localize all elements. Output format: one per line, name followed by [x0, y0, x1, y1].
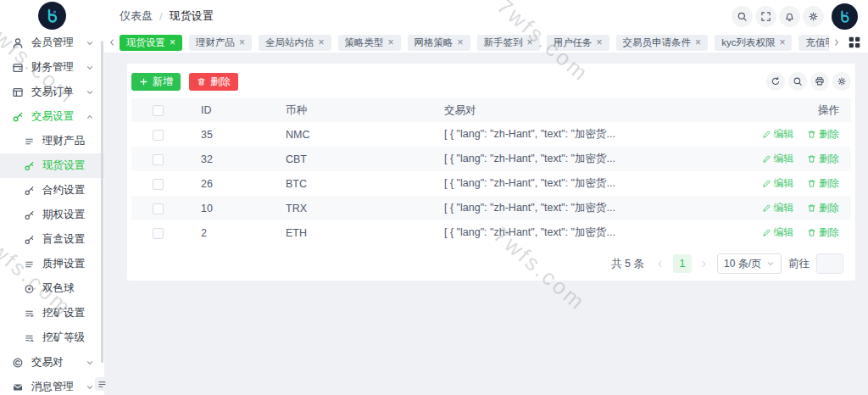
- sidebar-item-finance[interactable]: 财务管理: [0, 55, 104, 80]
- delete-link[interactable]: 删除: [807, 225, 839, 240]
- tab-kyc-permissions[interactable]: kyc列表权限×: [715, 35, 792, 51]
- cell-coin: CBT: [270, 147, 429, 171]
- collapsed-menu-button[interactable]: [95, 377, 109, 391]
- page-size-select[interactable]: 10 条/页: [717, 253, 782, 274]
- close-icon[interactable]: ×: [695, 37, 701, 47]
- sidebar-scrollbar[interactable]: [101, 41, 103, 363]
- avatar[interactable]: [832, 3, 858, 30]
- tab-global-message[interactable]: 全局站内信×: [259, 35, 331, 51]
- app-logo[interactable]: [0, 0, 104, 31]
- sidebar-item-label: 交易设置: [31, 109, 74, 124]
- close-icon[interactable]: ×: [527, 37, 533, 47]
- sidebar-item-orders[interactable]: 交易订单: [0, 80, 104, 104]
- close-icon[interactable]: ×: [458, 37, 464, 47]
- print-button[interactable]: [810, 72, 829, 91]
- row-checkbox[interactable]: [153, 228, 164, 239]
- sidebar-item-lottery[interactable]: 双色球: [0, 276, 104, 301]
- tabs-scroll-right-button[interactable]: [829, 37, 844, 47]
- page-number[interactable]: 1: [673, 254, 692, 273]
- tab-spot-settings[interactable]: 现货设置×: [120, 35, 182, 51]
- edit-link[interactable]: 编辑: [762, 225, 794, 240]
- tab-strategy-type[interactable]: 策略类型×: [338, 35, 401, 51]
- sidebar-item-contract-settings[interactable]: 合约设置: [0, 178, 104, 203]
- notifications-button[interactable]: [779, 6, 800, 27]
- edit-link[interactable]: 编辑: [762, 201, 794, 215]
- sidebar-item-trading-pairs[interactable]: 交易对: [0, 350, 104, 375]
- sidebar-item-wealth-products[interactable]: 理财产品: [0, 129, 104, 153]
- key-icon: [24, 160, 35, 172]
- row-checkbox[interactable]: [153, 179, 164, 190]
- sidebar-menu: 会员管理 财务管理 交易订单 交易设置 理财产品: [0, 31, 104, 395]
- close-icon[interactable]: ×: [779, 37, 785, 47]
- column-settings-button[interactable]: [832, 72, 851, 91]
- goto-page-input[interactable]: [816, 253, 843, 274]
- breadcrumb-current: 现货设置: [170, 8, 214, 24]
- close-icon[interactable]: ×: [239, 37, 245, 47]
- tab-wealth-products[interactable]: 理财产品×: [189, 35, 252, 51]
- cell-pair: [ { "lang": "zh-Hant", "text": "加密货...: [429, 122, 709, 147]
- breadcrumb-dashboard[interactable]: 仪表盘: [120, 8, 153, 24]
- settings-button[interactable]: [803, 6, 824, 27]
- close-icon[interactable]: ×: [170, 37, 175, 47]
- sidebar-item-spot-settings[interactable]: 现货设置: [0, 153, 104, 178]
- target-icon: [24, 283, 35, 295]
- fullscreen-button[interactable]: [755, 6, 776, 27]
- delete-link[interactable]: 删除: [807, 127, 839, 142]
- edit-link[interactable]: 编辑: [762, 127, 794, 142]
- search-button[interactable]: [732, 6, 753, 27]
- sidebar-item-members[interactable]: 会员管理: [0, 31, 104, 55]
- tabs-scroll-left-button[interactable]: [104, 37, 120, 47]
- topbar-actions: [732, 3, 868, 30]
- sidebar-item-staking-settings[interactable]: 质押设置: [0, 252, 104, 276]
- table-search-button[interactable]: [788, 72, 807, 91]
- tab-trader-apply[interactable]: 交易员申请条件×: [616, 35, 709, 51]
- row-checkbox[interactable]: [153, 154, 164, 165]
- pencil-icon: [762, 154, 771, 164]
- cell-pair: [ { "lang": "zh-Hant", "text": "加密货...: [429, 147, 709, 171]
- data-table: ID 币种 交易对 操作 35 NMC [ { "lang": "zh-Hant…: [131, 98, 851, 245]
- menu-lines-icon: [97, 380, 107, 389]
- sidebar-item-blindbox-settings[interactable]: 盲盒设置: [0, 227, 104, 252]
- goto-label: 前往: [788, 257, 810, 271]
- sidebar-item-mining-levels[interactable]: 挖矿等级: [0, 325, 104, 350]
- trash-icon: [197, 77, 206, 86]
- sidebar: 会员管理 财务管理 交易订单 交易设置 理财产品: [0, 0, 104, 395]
- gear-icon: [808, 11, 819, 22]
- prev-page-button[interactable]: [654, 258, 666, 270]
- row-checkbox[interactable]: [153, 203, 164, 214]
- row-checkbox[interactable]: [153, 130, 164, 141]
- next-page-button[interactable]: [698, 258, 710, 270]
- close-icon[interactable]: ×: [597, 37, 603, 47]
- table-row: 35 NMC [ { "lang": "zh-Hant", "text": "加…: [131, 122, 851, 147]
- search-icon: [793, 76, 803, 86]
- tabs-menu-button[interactable]: [848, 36, 861, 49]
- close-icon[interactable]: ×: [319, 37, 325, 47]
- tab-grid-strategy[interactable]: 网格策略×: [408, 35, 470, 51]
- sidebar-item-trade-settings[interactable]: 交易设置: [0, 104, 104, 129]
- trash-icon: [807, 130, 816, 139]
- refresh-button[interactable]: [766, 72, 785, 91]
- tab-deposit-details[interactable]: 充值明细×: [798, 35, 829, 51]
- table-row: 26 BTC [ { "lang": "zh-Hant", "text": "加…: [131, 171, 851, 196]
- list-icon: [24, 332, 35, 344]
- select-all-checkbox[interactable]: [153, 105, 164, 116]
- cell-coin: BTC: [270, 171, 429, 196]
- delete-button[interactable]: 删除: [189, 73, 238, 91]
- close-icon[interactable]: ×: [388, 37, 394, 47]
- sidebar-item-messages[interactable]: 消息管理: [0, 375, 104, 395]
- content-card: 新增 删除 ID 币种 交易对 操作: [127, 64, 855, 281]
- grid-icon: [848, 36, 861, 49]
- tab-newbie-signin[interactable]: 新手签到×: [477, 35, 540, 51]
- edit-link[interactable]: 编辑: [762, 176, 794, 191]
- delete-link[interactable]: 删除: [807, 176, 839, 191]
- sidebar-item-options-settings[interactable]: 期权设置: [0, 203, 104, 227]
- add-button[interactable]: 新增: [131, 73, 181, 91]
- edit-link[interactable]: 编辑: [762, 152, 794, 166]
- table-row: 32 CBT [ { "lang": "zh-Hant", "text": "加…: [131, 147, 851, 171]
- sidebar-item-mining-settings[interactable]: 挖矿设置: [0, 301, 104, 325]
- col-header-coin: 币种: [270, 98, 429, 122]
- delete-link[interactable]: 删除: [807, 201, 839, 215]
- delete-link[interactable]: 删除: [807, 152, 839, 166]
- pagination-total: 共 5 条: [611, 257, 644, 271]
- tab-user-tasks[interactable]: 用户任务×: [547, 35, 609, 51]
